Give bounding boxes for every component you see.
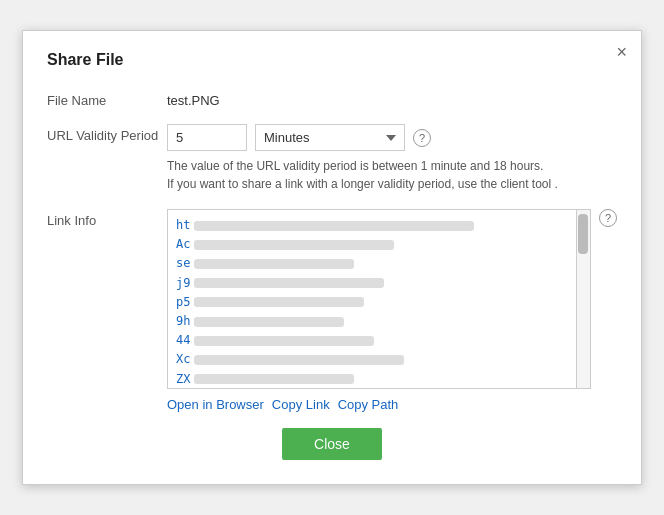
url-validity-label: URL Validity Period (47, 124, 167, 143)
scrollbar-thumb[interactable] (578, 214, 588, 254)
validity-select[interactable]: Minutes Hours (255, 124, 405, 151)
link-actions: Open in Browser Copy Link Copy Path (167, 397, 617, 412)
open-in-browser-button[interactable]: Open in Browser (167, 397, 264, 412)
copy-link-button[interactable]: Copy Link (272, 397, 330, 412)
link-lines: ht Ac se j9 p5 9h 44 Xc ZX jdl Di Ab tjC… (168, 210, 590, 389)
file-name-value: test.PNG (167, 89, 617, 108)
validity-note: The value of the URL validity period is … (167, 157, 617, 193)
dialog-title: Share File (47, 51, 617, 69)
scrollbar[interactable] (576, 210, 590, 388)
link-info-label: Link Info (47, 209, 167, 228)
validity-input[interactable] (167, 124, 247, 151)
url-validity-row: URL Validity Period Minutes Hours ? The … (47, 124, 617, 193)
close-dialog-button[interactable]: Close (282, 428, 382, 460)
link-info-textarea[interactable]: ht Ac se j9 p5 9h 44 Xc ZX jdl Di Ab tjC… (167, 209, 591, 389)
share-file-dialog: × Share File File Name test.PNG URL Vali… (22, 30, 642, 485)
file-name-row: File Name test.PNG (47, 89, 617, 108)
link-info-help-icon[interactable]: ? (599, 209, 617, 227)
link-info-row: Link Info ht Ac se j9 p5 9h 44 Xc ZX jdl… (47, 209, 617, 389)
copy-path-button[interactable]: Copy Path (338, 397, 399, 412)
dialog-close-button[interactable]: × (616, 43, 627, 61)
file-name-label: File Name (47, 89, 167, 108)
validity-help-icon[interactable]: ? (413, 129, 431, 147)
dialog-footer: Close (47, 428, 617, 460)
